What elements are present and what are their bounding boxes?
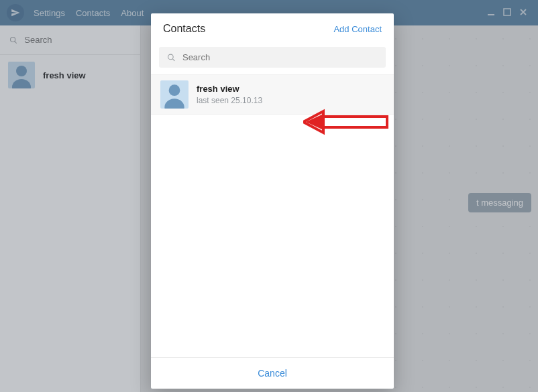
svg-point-6 <box>168 54 174 60</box>
modal-search-input[interactable] <box>182 52 378 62</box>
app-window: Settings Contacts About fresh view <box>0 0 538 392</box>
modal-header: Contacts Add Contact <box>151 13 394 43</box>
svg-point-9 <box>164 99 184 109</box>
modal-body: fresh view last seen 25.10.13 <box>151 74 394 357</box>
modal-title: Contacts <box>163 23 205 35</box>
cancel-button[interactable]: Cancel <box>258 368 287 379</box>
contact-name: fresh view <box>197 84 262 94</box>
search-icon <box>167 53 176 62</box>
modal-search[interactable] <box>159 47 386 68</box>
avatar <box>160 80 189 109</box>
contact-info: fresh view last seen 25.10.13 <box>197 84 262 105</box>
svg-point-8 <box>169 84 180 96</box>
add-contact-button[interactable]: Add Contact <box>333 24 382 34</box>
contact-status: last seen 25.10.13 <box>197 96 262 105</box>
modal-footer: Cancel <box>151 357 394 389</box>
contacts-modal: Contacts Add Contact fresh view last see… <box>151 13 394 389</box>
contact-row[interactable]: fresh view last seen 25.10.13 <box>151 74 394 115</box>
svg-line-7 <box>172 58 174 60</box>
